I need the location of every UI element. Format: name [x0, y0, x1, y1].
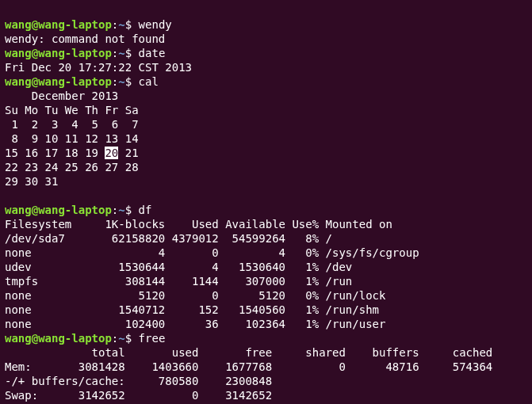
df-row: tmpfs 308144 1144 307000 1% /run [5, 275, 352, 288]
cal-row: 8 9 10 11 12 13 14 [5, 132, 151, 145]
df-header: Filesystem 1K-blocks Used Available Use%… [5, 218, 392, 231]
prompt: wang@wang-laptop:~$ [5, 18, 139, 31]
cal-row [5, 189, 151, 202]
prompt: wang@wang-laptop:~$ [5, 75, 139, 88]
free-row: Swap: 3142652 0 3142652 [5, 389, 272, 402]
prompt: wang@wang-laptop:~$ [5, 332, 139, 345]
cal-row: 1 2 3 4 5 6 7 [5, 118, 151, 131]
df-row: /dev/sda7 62158820 4379012 54599264 8% / [5, 232, 332, 245]
command-date: date [139, 47, 166, 59]
free-row: -/+ buffers/cache: 780580 2300848 [5, 375, 272, 387]
command-wendy: wendy [139, 18, 172, 31]
cal-row: 29 30 31 [5, 175, 151, 188]
user-host: wang@wang-laptop [5, 18, 112, 31]
prompt: wang@wang-laptop:~$ [5, 204, 139, 216]
df-row: none 5120 0 5120 0% /run/lock [5, 289, 385, 302]
free-header: total used free shared buffers cached [5, 346, 492, 359]
df-row: none 4 0 4 0% /sys/fs/cgroup [5, 246, 419, 259]
df-row: none 102400 36 102364 1% /run/user [5, 318, 385, 330]
df-row: none 1540712 152 1540560 1% /run/shm [5, 303, 379, 316]
cal-row: 15 16 17 18 19 20 21 [5, 147, 151, 159]
free-row: Mem: 3081428 1403660 1677768 0 48716 574… [5, 360, 492, 373]
prompt: wang@wang-laptop:~$ [5, 47, 139, 59]
command-free: free [139, 332, 166, 345]
command-df: df [139, 204, 152, 216]
cal-today: 20 [105, 147, 118, 159]
cal-row: 22 23 24 25 26 27 28 [5, 161, 151, 173]
df-row: udev 1530644 4 1530640 1% /dev [5, 261, 352, 273]
command-cal: cal [139, 75, 159, 88]
terminal-output[interactable]: wang@wang-laptop:~$ wendy wendy: command… [0, 0, 532, 404]
cal-days: Su Mo Tu We Th Fr Sa [5, 104, 151, 116]
output-line: Fri Dec 20 17:27:22 CST 2013 [5, 61, 192, 74]
output-line: wendy: command not found [5, 32, 165, 45]
cal-header: December 2013 [5, 90, 151, 102]
